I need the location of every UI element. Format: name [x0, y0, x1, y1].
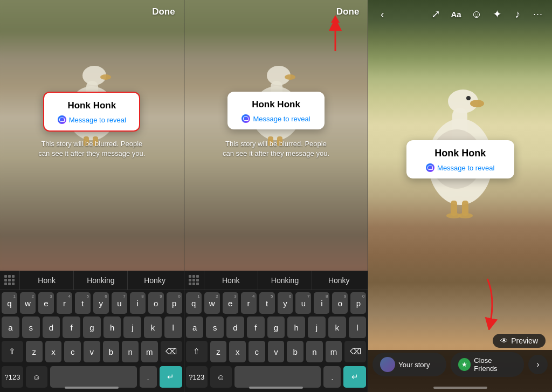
key-y-1[interactable]: y6 — [93, 292, 109, 314]
key-j-1[interactable]: j — [123, 317, 141, 338]
key-m-2[interactable]: m — [326, 341, 342, 362]
key-h-1[interactable]: h — [104, 317, 121, 338]
duck-silhouette-3 — [415, 32, 506, 221]
key-c-1[interactable]: c — [64, 341, 81, 362]
key-q-2[interactable]: q1 — [186, 292, 202, 314]
message-reveal-3[interactable]: Message to reveal — [417, 163, 503, 172]
close-friends-button[interactable]: ★ Close Friends — [451, 352, 524, 377]
close-friends-label: Close Friends — [474, 356, 516, 373]
key-o-1[interactable]: o9 — [148, 292, 164, 314]
key-b-2[interactable]: b — [287, 341, 303, 362]
key-v-1[interactable]: v — [84, 341, 100, 362]
done-button-1[interactable]: Done — [152, 6, 175, 17]
key-i-1[interactable]: i8 — [130, 292, 146, 314]
key-return-2[interactable]: ↵ — [343, 366, 366, 388]
key-emoji-1[interactable]: ☺ — [26, 366, 47, 388]
key-123-2[interactable]: ?123 — [186, 366, 208, 388]
suggestion-honking-2[interactable]: Honking — [258, 271, 312, 290]
key-a-2[interactable]: a — [186, 317, 204, 338]
key-e-1[interactable]: e3 — [38, 292, 54, 314]
key-d-1[interactable]: d — [43, 317, 60, 338]
preview-label: Preview — [511, 336, 538, 345]
key-c-2[interactable]: c — [249, 341, 265, 362]
svg-point-24 — [458, 213, 473, 218]
story-card-1: Honk Honk Message to reveal — [43, 92, 140, 132]
key-space-2[interactable] — [234, 366, 321, 388]
key-emoji-2[interactable]: ☺ — [210, 366, 232, 388]
key-return-1[interactable]: ↵ — [160, 366, 182, 388]
key-row-a-2: a s d f g h j k l — [186, 317, 367, 338]
home-indicator-2 — [249, 387, 303, 389]
suggestion-honking-1[interactable]: Honking — [73, 271, 127, 290]
key-s-1[interactable]: s — [22, 317, 40, 338]
suggestion-honk-2[interactable]: Honk — [204, 271, 258, 290]
key-r-2[interactable]: r4 — [241, 292, 257, 314]
key-k-1[interactable]: k — [144, 317, 162, 338]
key-n-1[interactable]: n — [122, 341, 139, 362]
key-t-1[interactable]: t5 — [75, 292, 91, 314]
grid-icon-2 — [187, 273, 202, 287]
key-e-2[interactable]: e3 — [223, 292, 238, 314]
music-icon[interactable]: ♪ — [509, 5, 526, 23]
key-shift-2[interactable]: ⇧ — [186, 341, 208, 362]
face-icon[interactable]: ☺ — [468, 5, 485, 23]
key-u-2[interactable]: u7 — [295, 292, 311, 314]
key-g-2[interactable]: g — [267, 317, 285, 338]
key-period-2[interactable]: . — [323, 366, 341, 388]
key-p-2[interactable]: p0 — [350, 292, 366, 314]
key-r-1[interactable]: r4 — [57, 292, 72, 314]
key-b-1[interactable]: b — [103, 341, 120, 362]
key-q-1[interactable]: q1 — [2, 292, 17, 314]
key-w-2[interactable]: w2 — [204, 292, 220, 314]
panel3-topbar: ‹ ⤢ Aa ☺ ✦ ♪ ··· — [368, 0, 552, 28]
message-reveal-2[interactable]: Message to reveal — [238, 114, 314, 123]
key-d-2[interactable]: d — [226, 317, 244, 338]
suggestion-honky-1[interactable]: Honky — [127, 271, 181, 290]
key-z-1[interactable]: z — [26, 341, 43, 362]
preview-button[interactable]: 👁 Preview — [493, 334, 546, 348]
key-j-2[interactable]: j — [308, 317, 326, 338]
key-x-2[interactable]: x — [229, 341, 246, 362]
your-story-button[interactable]: Your story — [372, 353, 446, 376]
key-a-1[interactable]: a — [2, 317, 19, 338]
key-n-2[interactable]: n — [306, 341, 323, 362]
friends-icon: ★ — [458, 358, 471, 371]
more-icon[interactable]: ··· — [529, 5, 547, 23]
text-icon[interactable]: Aa — [447, 5, 465, 23]
key-space-1[interactable] — [50, 366, 137, 388]
key-g-1[interactable]: g — [83, 317, 101, 338]
key-f-1[interactable]: f — [63, 317, 80, 338]
key-l-2[interactable]: l — [349, 317, 367, 338]
key-y-2[interactable]: y6 — [278, 292, 293, 314]
suggestion-honky-2[interactable]: Honky — [312, 271, 365, 290]
key-o-2[interactable]: o9 — [332, 292, 348, 314]
key-shift-1[interactable]: ⇧ — [2, 341, 23, 362]
key-z-2[interactable]: z — [210, 341, 227, 362]
key-m-1[interactable]: m — [141, 341, 158, 362]
key-f-2[interactable]: f — [247, 317, 265, 338]
key-w-1[interactable]: w2 — [20, 292, 36, 314]
key-delete-1[interactable]: ⌫ — [161, 341, 182, 362]
sparkle-icon[interactable]: ✦ — [488, 5, 506, 23]
key-x-1[interactable]: x — [45, 341, 62, 362]
key-l-1[interactable]: l — [164, 317, 182, 338]
key-u-1[interactable]: u7 — [112, 292, 127, 314]
key-p-1[interactable]: p0 — [167, 292, 182, 314]
key-t-2[interactable]: t5 — [259, 292, 275, 314]
suggestions-row-2: Honk Honking Honky — [184, 271, 368, 290]
key-s-2[interactable]: s — [206, 317, 224, 338]
back-icon[interactable]: ‹ — [374, 5, 391, 23]
key-delete-2[interactable]: ⌫ — [344, 341, 366, 362]
key-123-1[interactable]: ?123 — [2, 366, 23, 388]
key-i-2[interactable]: i8 — [314, 292, 329, 314]
expand-icon[interactable]: ⤢ — [427, 5, 444, 23]
key-v-2[interactable]: v — [268, 341, 285, 362]
key-h-2[interactable]: h — [287, 317, 305, 338]
next-button[interactable]: › — [528, 355, 548, 374]
key-k-2[interactable]: k — [328, 317, 346, 338]
message-reveal-1[interactable]: Message to reveal — [55, 115, 128, 124]
key-period-1[interactable]: . — [140, 366, 157, 388]
suggestion-honk-1[interactable]: Honk — [19, 271, 73, 290]
story-card-title-1: Honk Honk — [55, 100, 128, 111]
svg-point-3 — [100, 74, 111, 80]
